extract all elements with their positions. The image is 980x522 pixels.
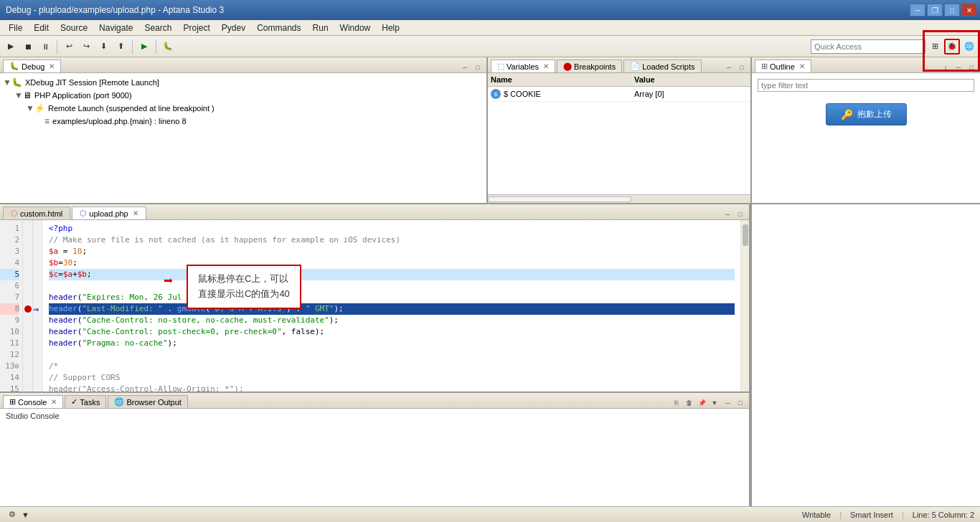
- menu-item-navigate[interactable]: Navigate: [93, 22, 138, 34]
- panels-row: 🐛 Debug ✕ ─ □ ▼ 🐛 XDebug JIT Session [Re…: [0, 57, 980, 204]
- menu-item-edit[interactable]: Edit: [28, 22, 55, 34]
- console-tab[interactable]: ⊞ Console ✕: [3, 395, 63, 408]
- open-perspective-button[interactable]: ⊞: [927, 39, 943, 54]
- console-tab-close[interactable]: ✕: [51, 398, 57, 406]
- menu-item-source[interactable]: Source: [55, 22, 93, 34]
- loaded-scripts-tab[interactable]: 📄 Loaded Scripts: [623, 60, 701, 72]
- variables-tab[interactable]: ⬚ Variables ✕: [491, 60, 555, 72]
- tooltip-line1: 鼠标悬停在C上，可以: [198, 272, 290, 287]
- statusbar-settings-btn[interactable]: ⚙: [6, 508, 19, 521]
- menu-item-file[interactable]: File: [3, 22, 28, 34]
- toolbar-btn-3[interactable]: ⏸: [37, 39, 53, 54]
- debug-arrow-column: ⇒: [33, 220, 43, 392]
- outline-collapse-btn[interactable]: ↕: [940, 62, 951, 72]
- debug-tab[interactable]: 🐛 Debug ✕: [3, 60, 61, 72]
- restore-button[interactable]: ❐: [927, 4, 943, 16]
- tooltip-arrow: ➡: [164, 272, 173, 290]
- bp-col-6: [23, 280, 32, 292]
- menu-item-project[interactable]: Project: [177, 22, 215, 34]
- outline-tab-close[interactable]: ✕: [799, 62, 805, 70]
- line-num-9: 9: [0, 315, 19, 326]
- debug-perspective-button[interactable]: 🐞: [944, 39, 960, 54]
- debug-app-item: ▼ 🖥 PHP Application (port 9000): [3, 89, 484, 102]
- minimize-button[interactable]: ─: [910, 4, 925, 16]
- statusbar-dropdown[interactable]: ▼: [22, 511, 29, 519]
- debug-tab-close[interactable]: ✕: [49, 62, 55, 70]
- toolbar-btn-2[interactable]: ⏹: [20, 39, 36, 54]
- console-clear-btn[interactable]: 🗑: [683, 398, 694, 408]
- tasks-tab[interactable]: ✓ Tasks: [65, 395, 106, 408]
- quick-access-input[interactable]: [811, 39, 925, 54]
- toolbar-btn-4[interactable]: ↩: [61, 39, 77, 54]
- vars-col-value-header: Value: [634, 75, 748, 84]
- console-icon: ⊞: [9, 397, 16, 407]
- debug-minimize-btn[interactable]: ─: [459, 62, 471, 72]
- toolbar-run-btn[interactable]: ▶: [136, 39, 152, 54]
- console-tabs: ⊞ Console ✕ ✓ Tasks 🌐 Browser Output: [0, 393, 749, 409]
- toolbar-debug-btn[interactable]: 🐛: [160, 39, 176, 54]
- debug-tab-icon: 🐛: [9, 62, 19, 71]
- line-num-6: 6: [0, 280, 19, 292]
- browser-output-tab[interactable]: 🌐 Browser Output: [108, 395, 187, 408]
- web-perspective-button[interactable]: 🌐: [961, 39, 977, 54]
- console-pin-btn[interactable]: 📌: [696, 398, 707, 408]
- console-minimize-btn[interactable]: ─: [722, 398, 733, 408]
- custom-html-tab[interactable]: ⬡ custom.html: [3, 207, 70, 219]
- bp-col-7: [23, 292, 32, 303]
- console-dropdown-btn[interactable]: ▼: [709, 398, 720, 408]
- browser-output-icon: 🌐: [114, 397, 124, 407]
- menu-item-window[interactable]: Window: [334, 22, 377, 34]
- vars-horizontal-scroll[interactable]: [488, 196, 631, 202]
- toolbar: ▶ ⏹ ⏸ ↩ ↪ ⬇ ⬆ ▶ 🐛 ⊞ 🐞 🌐: [0, 36, 980, 57]
- editor-maximize-btn[interactable]: □: [735, 209, 746, 219]
- upload-button[interactable]: 🔑 抱歉上传: [826, 103, 907, 125]
- variables-tab-close[interactable]: ✕: [543, 62, 549, 70]
- close-button[interactable]: ✕: [961, 4, 977, 16]
- maximize-button[interactable]: □: [944, 4, 960, 16]
- menu-item-run[interactable]: Run: [307, 22, 334, 34]
- outline-panel-controls: ↕ ─ □: [940, 62, 977, 72]
- outline-tab[interactable]: ⊞ Outline ✕: [755, 60, 811, 72]
- line-num-15: 15: [0, 384, 19, 392]
- vars-maximize-btn[interactable]: □: [736, 62, 748, 72]
- arrow-col-5: [33, 269, 42, 280]
- app-title: Debug - plupload/examples/upload.php - A…: [3, 5, 224, 15]
- upload-php-tab[interactable]: ⬡ upload.php ✕: [72, 207, 146, 219]
- bottom-area: ⊞ Console ✕ ✓ Tasks 🌐 Browser Output: [0, 392, 749, 506]
- outline-maximize-btn[interactable]: □: [966, 62, 977, 72]
- bp-col-5: [23, 269, 32, 280]
- outline-minimize-btn[interactable]: ─: [953, 62, 964, 72]
- tooltip-line2: 直接显示出C的值为40: [198, 287, 290, 302]
- tasks-tab-label: Tasks: [80, 398, 100, 407]
- line-num-1: 1: [0, 223, 19, 234]
- debug-tree: ▼ 🐛 XDebug JIT Session [Remote Launch] ▼…: [0, 73, 486, 203]
- upload-php-tab-close[interactable]: ✕: [133, 209, 138, 217]
- scroll-thumb[interactable]: [743, 224, 748, 246]
- toolbar-btn-1[interactable]: ▶: [3, 39, 19, 54]
- app-layout: Debug - plupload/examples/upload.php - A…: [0, 0, 980, 522]
- code-line-4: $b=30;: [49, 257, 735, 269]
- console-copy-btn[interactable]: ⎘: [670, 398, 682, 408]
- variables-tab-label: Variables: [507, 62, 539, 71]
- menu-item-pydev[interactable]: Pydev: [216, 22, 251, 34]
- debug-header: 🐛 Debug ✕ ─ □: [0, 57, 486, 73]
- toolbar-btn-6[interactable]: ⬇: [95, 39, 111, 54]
- menu-item-search[interactable]: Search: [138, 22, 177, 34]
- toolbar-btn-7[interactable]: ⬆: [113, 39, 128, 54]
- console-maximize-btn[interactable]: □: [735, 398, 746, 408]
- debug-maximize-btn[interactable]: □: [472, 62, 484, 72]
- vars-row-cookie[interactable]: $ $ COOKIE Array [0]: [488, 87, 750, 102]
- code-content[interactable]: <?php // Make sure file is not cached (a…: [43, 220, 740, 392]
- toolbar-btn-5[interactable]: ↪: [78, 39, 94, 54]
- breakpoints-tab[interactable]: ⬤ Breakpoints: [557, 60, 622, 72]
- vars-minimize-btn[interactable]: ─: [723, 62, 735, 72]
- menu-item-help[interactable]: Help: [376, 22, 405, 34]
- menu-item-commands[interactable]: Commands: [251, 22, 306, 34]
- upload-icon: 🔑: [841, 109, 853, 120]
- editor-minimize-btn[interactable]: ─: [722, 209, 733, 219]
- outline-bottom: [750, 204, 980, 506]
- vars-panel-controls: ─ □: [723, 62, 748, 72]
- code-vertical-scroll[interactable]: [740, 220, 749, 392]
- outline-filter-input[interactable]: [758, 79, 974, 92]
- debug-file-item: ≡ examples/upload.php.{main} : lineno 8: [3, 115, 484, 128]
